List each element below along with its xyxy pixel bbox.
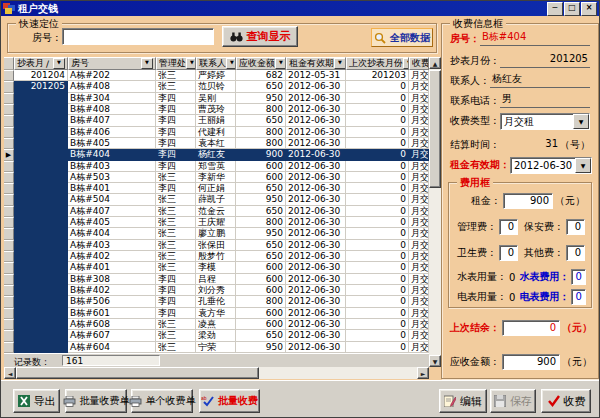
table-row[interactable]: B栋#401李四何正娟6502012-06-300月交 — [4, 183, 429, 194]
table-row[interactable]: B栋#405李四袁本红8002012-06-300月交 — [4, 138, 429, 149]
table-row[interactable]: B栋#403李四郑雪英6002012-06-300月交 — [4, 161, 429, 172]
table-row[interactable]: 201205A栋#408张三范贝铃6502012-06-300月交 — [4, 81, 429, 92]
elec-fee-input[interactable]: 0 — [571, 289, 585, 305]
column-header[interactable]: 收费 — [409, 57, 429, 70]
column-header[interactable]: 抄表月∕▼ — [14, 57, 68, 70]
column-header[interactable]: 管理处▼ — [156, 57, 196, 70]
table-row[interactable]: B栋#601李四袁方华6002012-06-300月交 — [4, 308, 429, 319]
table-row[interactable]: A栋#402张三殷梦竹6502012-06-300月交 — [4, 251, 429, 262]
fee-type-select[interactable]: 月交租 ▼ — [500, 113, 590, 130]
chevron-down-icon[interactable]: ▼ — [575, 158, 591, 173]
export-button[interactable]: 导出 — [13, 389, 60, 413]
security-fee-input[interactable]: 0 — [566, 219, 585, 235]
close-button[interactable]: × — [581, 2, 597, 16]
single-bill-label: 单个收费单 — [146, 394, 196, 408]
table-row[interactable]: A栋#504张三薛凯子9502012-06-300月交 — [4, 194, 429, 205]
last-balance-input[interactable]: 0 — [502, 320, 560, 336]
receivable-input[interactable]: 900 — [502, 354, 560, 370]
column-filter-icon[interactable]: ▼ — [275, 58, 286, 69]
scroll-up-icon[interactable]: ▲ — [429, 57, 441, 69]
query-display-button[interactable]: 查询显示 — [222, 26, 298, 47]
table-row[interactable]: B栋#408李四曹茂玲8002012-06-300月交 — [4, 104, 429, 115]
batch-bill-button[interactable]: 批量收费单 — [65, 389, 127, 413]
scroll-left-icon[interactable]: ◄ — [4, 367, 16, 379]
table-row[interactable]: A栋#403张三张保田6502012-06-300月交 — [4, 240, 429, 251]
table-cell — [14, 104, 68, 115]
column-header[interactable]: 应收金额▼ — [236, 57, 286, 70]
table-row[interactable]: ▶B栋#404李四杨红友9002012-06-300月交 — [4, 149, 429, 160]
batch-charge-button[interactable]: ab 批量收费 — [199, 389, 260, 413]
table-row[interactable]: B栋#406李四代建利8002012-06-300月交 — [4, 127, 429, 138]
maximize-button[interactable]: □ — [564, 2, 580, 16]
table-row[interactable]: A栋#401张三李模6002012-06-300月交 — [4, 262, 429, 273]
table-row[interactable]: A栋#405张三王庆耀8002012-06-300月交 — [4, 217, 429, 228]
table-row[interactable]: A栋#404张三廖立鹏9502012-06-300月交 — [4, 228, 429, 239]
save-button[interactable]: 保存 — [490, 389, 536, 413]
column-header[interactable]: 上次抄表月份▼ — [346, 57, 409, 70]
elec-fee-label: 电表费用： — [519, 290, 569, 304]
horizontal-scrollbar[interactable]: ◄ ► — [4, 367, 429, 379]
sanitation-fee-input[interactable]: 0 — [499, 245, 518, 261]
single-bill-button[interactable]: 单个收费单 — [131, 389, 193, 413]
all-data-button[interactable]: 全部数据 — [371, 28, 433, 47]
other-fee-input[interactable]: 0 — [566, 245, 585, 261]
minimize-button[interactable]: ─ — [547, 2, 563, 16]
column-filter-icon[interactable]: ▼ — [141, 58, 153, 69]
column-header[interactable]: 房号▼ — [68, 57, 156, 70]
table-row[interactable]: B栋#506李四孔垂伦8002012-06-300月交 — [4, 296, 429, 307]
table-row[interactable]: B栋#304李四吴刚9502012-06-300月交 — [4, 93, 429, 104]
rent-input[interactable]: 900 — [503, 193, 553, 209]
table-cell: 600 — [236, 308, 286, 319]
vertical-scrollbar[interactable]: ▲ ▼ — [429, 57, 441, 367]
column-header[interactable]: 联系人▼ — [196, 57, 236, 70]
table-cell: 2012-06-30 — [286, 217, 346, 228]
table-cell: 张三 — [156, 342, 196, 353]
check-icon — [547, 395, 560, 407]
table-cell: 月交 — [409, 206, 429, 217]
table-row[interactable]: B栋#407李四王丽娟6502012-06-300月交 — [4, 115, 429, 126]
fee-info-label: 收费信息框 — [450, 17, 506, 31]
table-row[interactable]: A栋#503张三李新华6002012-06-300月交 — [4, 172, 429, 183]
rent-field: 租金： 900 （元） — [457, 193, 585, 209]
horizontal-scroll-thumb[interactable] — [16, 367, 259, 379]
mgmt-fee-input[interactable]: 0 — [499, 219, 518, 235]
table-cell: 2012-06-30 — [286, 93, 346, 104]
row-gutter-cell — [4, 172, 14, 183]
column-filter-icon[interactable]: ▼ — [186, 58, 196, 69]
table-row[interactable]: A栋#407张三范金云6502012-06-300月交 — [4, 206, 429, 217]
table-row[interactable]: 201204A栋#202张三严婷婷6822012-05-31201203月交 — [4, 70, 429, 81]
table-cell: 2012-06-30 — [286, 183, 346, 194]
room-number-input[interactable] — [62, 28, 214, 45]
save-icon — [494, 395, 506, 407]
table-cell: 张三 — [156, 319, 196, 330]
fee-type-field: 收费类型： 月交租 ▼ — [450, 112, 590, 130]
table-cell: 张三 — [156, 81, 196, 92]
column-filter-icon[interactable]: ▼ — [226, 58, 236, 69]
table-row[interactable]: B栋#308李四吕程6002012-06-300月交 — [4, 274, 429, 285]
table-cell: 2012-06-30 — [286, 274, 346, 285]
scroll-right-icon[interactable]: ► — [417, 367, 429, 379]
app-window: 租户交钱 ─ □ × 快速定位 房号： 查询显示 — [0, 0, 600, 418]
column-filter-icon[interactable]: ▼ — [53, 58, 65, 69]
edit-button[interactable]: 编辑 — [439, 389, 487, 413]
vertical-scroll-thumb[interactable] — [429, 70, 441, 188]
table-cell: B栋#601 — [68, 308, 156, 319]
table-header-row: 抄表月∕▼房号▼管理处▼联系人▼应收金额▼租金有效期▼上次抄表月份▼收费 — [4, 57, 429, 70]
elec-usage-value: 0 — [509, 292, 515, 303]
water-fee-input[interactable]: 0 — [571, 269, 585, 285]
table-cell: 0 — [346, 194, 409, 205]
table-row[interactable]: A栋#608张三凌熹6002012-06-300月交 — [4, 319, 429, 330]
column-header[interactable]: 租金有效期▼ — [286, 57, 346, 70]
rent-validity-select[interactable]: 2012-06-30 ▼ — [510, 157, 592, 174]
column-filter-icon[interactable]: ▼ — [334, 58, 346, 69]
table-cell: B栋#401 — [68, 183, 156, 194]
printer-icon — [63, 396, 76, 407]
printer-icon — [129, 396, 142, 407]
table-row[interactable]: A栋#604张三宁荣9502012-06-300月交 — [4, 342, 429, 353]
table-cell: 月交 — [409, 296, 429, 307]
table-row[interactable]: A栋#607张三梁劲6502012-06-300月交 — [4, 330, 429, 341]
scroll-down-icon[interactable]: ▼ — [429, 355, 441, 367]
charge-button[interactable]: 收费 — [541, 389, 591, 413]
table-row[interactable]: B栋#402李四刘分秀6002012-06-300月交 — [4, 285, 429, 296]
chevron-down-icon[interactable]: ▼ — [573, 114, 589, 129]
